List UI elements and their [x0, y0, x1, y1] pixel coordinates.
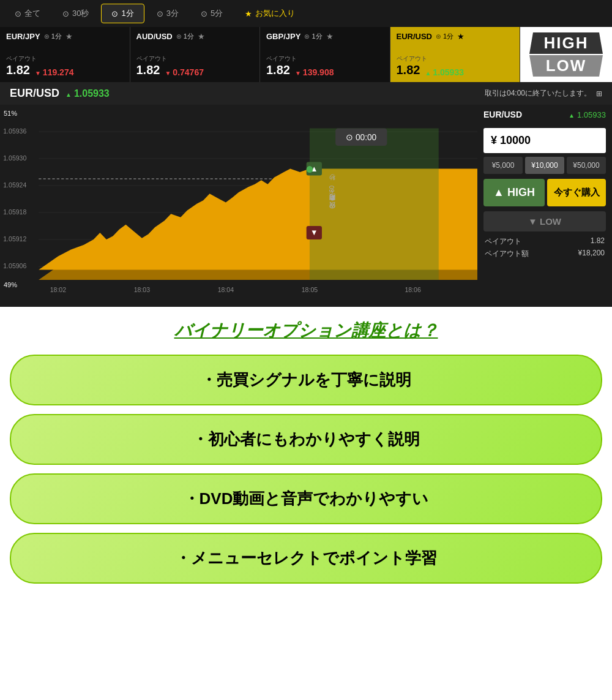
svg-point-24: [307, 166, 313, 173]
main-pair-info: EUR/USD 1.05933: [10, 87, 110, 100]
right-panel-header: EUR/USD 1.05933: [477, 105, 612, 124]
lower-section: バイナリーオプション講座とは？ ・売買シグナルを丁寧に説明 ・初心者にもわかりや…: [0, 307, 612, 604]
nav-tab-favorites[interactable]: ★ お気に入り: [235, 4, 305, 23]
nav-tab-1m-label: 1分: [121, 8, 133, 19]
nav-tab-5m[interactable]: ⊙ 5分: [191, 4, 233, 23]
payout-label-eurjpy: ペイアウト: [6, 55, 124, 63]
ticker-eurusd[interactable]: EUR/USD ⊙ 1分 ★ ペイアウト 1.82 1.05933: [390, 27, 521, 82]
feature-card-3: ・メニューセレクトでポイント学習: [10, 533, 602, 584]
trade-end-notice: 取引は04:00に終了いたします。: [485, 88, 591, 99]
svg-text:1.05924: 1.05924: [3, 181, 26, 189]
ticker-price-gbpjpy: 139.908: [295, 67, 334, 77]
svg-text:⊙ 00:00: ⊙ 00:00: [346, 132, 376, 142]
nav-tab-all[interactable]: ⊙ 全て: [5, 4, 50, 23]
ticker-time-audusd: ⊙ 1分: [176, 32, 194, 41]
buy-button[interactable]: 今すぐ購入: [547, 179, 606, 206]
svg-text:18:04: 18:04: [218, 286, 234, 293]
clock-icon: ⊙: [111, 9, 118, 18]
nav-tab-3m-label: 3分: [166, 8, 179, 19]
svg-text:▼: ▼: [310, 228, 318, 237]
feature-card-0: ・売買シグナルを丁寧に説明: [10, 355, 602, 405]
logo-low: LOW: [529, 55, 603, 77]
ticker-audusd[interactable]: AUD/USD ⊙ 1分 ★ ペイアウト 1.82 0.74767: [130, 27, 261, 82]
svg-text:1.05936: 1.05936: [3, 127, 26, 135]
section-title: バイナリーオプション講座とは？: [10, 319, 602, 342]
high-button[interactable]: ▲ HIGH: [483, 179, 545, 206]
clock-icon: ⊙: [15, 9, 21, 18]
nav-tab-30s-label: 30秒: [72, 8, 89, 19]
arrow-up-icon: [425, 67, 431, 77]
trade-panel: EUR/USD 1.05933 ¥5,000 ¥10,000 ¥50,000 ▲…: [477, 105, 612, 307]
ticker-pair-audusd: AUD/USD: [136, 32, 173, 41]
svg-text:18:05: 18:05: [302, 286, 318, 293]
payout-amount-label: ペイアウト額: [485, 249, 529, 259]
highlow-logo: HIGH LOW: [520, 27, 612, 82]
ticker-price-eurusd: 1.05933: [425, 67, 464, 77]
ticker-star-eurusd[interactable]: ★: [457, 32, 465, 41]
percent-top: 51%: [4, 110, 17, 117]
payout-label-eurusd: ペイアウト: [397, 55, 514, 63]
arrow-up-icon: [65, 88, 72, 99]
payout-val-audusd: 1.82: [136, 63, 160, 77]
nav-tab-3m[interactable]: ⊙ 3分: [147, 4, 188, 23]
preset-50000[interactable]: ¥50,000: [567, 157, 606, 174]
ticker-pair-eurjpy: EUR/JPY: [6, 32, 40, 41]
payout-label-audusd: ペイアウト: [136, 55, 254, 63]
nav-tab-all-label: 全て: [24, 8, 40, 19]
chart-section: 51% 1.05936 1.05930 1.05924 1.05918 1.05…: [0, 105, 612, 307]
header-right: 取引は04:00に終了いたします。 ⊞: [485, 88, 602, 99]
payout-row-2: ペイアウト額 ¥18,200: [485, 249, 605, 259]
main-header: EUR/USD 1.05933 取引は04:00に終了いたします。 ⊞: [0, 82, 612, 105]
ticker-time-eurjpy: ⊙ 1分: [44, 32, 62, 41]
ticker-row: EUR/JPY ⊙ 1分 ★ ペイアウト 1.82 119.274 AUD/US…: [0, 27, 612, 82]
preset-5000[interactable]: ¥5,000: [483, 157, 523, 174]
payout-amount-val: ¥18,200: [578, 249, 605, 259]
svg-text:1.05930: 1.05930: [3, 154, 26, 162]
svg-text:1.05912: 1.05912: [3, 235, 26, 243]
payout-val-gbpjpy: 1.82: [266, 63, 290, 77]
payout-val-eurusd: 1.82: [397, 63, 420, 77]
preset-10000[interactable]: ¥10,000: [525, 157, 564, 174]
amount-input[interactable]: [483, 128, 606, 153]
logo-high: HIGH: [529, 32, 603, 54]
chart-area: 51% 1.05936 1.05930 1.05924 1.05918 1.05…: [0, 105, 477, 307]
payout-label-gbpjpy: ペイアウト: [266, 55, 384, 63]
payout-val: 1.82: [591, 236, 605, 247]
star-icon: ★: [245, 9, 252, 18]
ticker-gbpjpy[interactable]: GBP/JPY ⊙ 1分 ★ ペイアウト 1.82 139.908: [260, 27, 390, 82]
svg-text:1.05906: 1.05906: [3, 262, 26, 269]
payout-label: ペイアウト: [485, 236, 521, 247]
arrow-down-icon: [165, 67, 171, 77]
ticker-star-gbpjpy[interactable]: ★: [326, 32, 334, 41]
nav-tab-favorites-label: お気に入り: [255, 8, 295, 19]
ticker-star-audusd[interactable]: ★: [198, 32, 205, 41]
ticker-time-gbpjpy: ⊙ 1分: [304, 32, 322, 41]
svg-text:1.05918: 1.05918: [3, 208, 26, 216]
top-nav: ⊙ 全て ⊙ 30秒 ⊙ 1分 ⊙ 3分 ⊙ 5分 ★ お気に入り: [0, 0, 612, 27]
nav-tab-30s[interactable]: ⊙ 30秒: [53, 4, 99, 23]
right-pair-label: EUR/USD: [483, 110, 522, 119]
svg-text:18:02: 18:02: [50, 286, 66, 293]
clock-icon: ⊙: [201, 9, 207, 18]
svg-text:18:03: 18:03: [134, 286, 150, 293]
main-pair-price: 1.05933: [65, 88, 110, 99]
clock-icon: ⊙: [157, 9, 163, 18]
timer-side-text: 次回の判定時刻まで60秒: [328, 186, 337, 213]
ticker-price-eurjpy: 119.274: [35, 67, 74, 77]
low-button[interactable]: ▼ LOW: [483, 211, 606, 231]
nav-tab-1m[interactable]: ⊙ 1分: [101, 4, 144, 23]
ticker-star-eurjpy[interactable]: ★: [65, 32, 73, 41]
arrow-down-icon: [35, 67, 41, 77]
feature-card-1: ・初心者にもわかりやすく説明: [10, 414, 602, 465]
ticker-time-eurusd: ⊙ 1分: [436, 32, 453, 41]
right-pair-price: 1.05933: [569, 110, 606, 119]
payout-row-1: ペイアウト 1.82: [485, 236, 605, 247]
ticker-eurjpy[interactable]: EUR/JPY ⊙ 1分 ★ ペイアウト 1.82 119.274: [0, 27, 130, 82]
ticker-pair-eurusd: EUR/USD: [397, 32, 433, 41]
arrow-up-icon: [569, 110, 575, 119]
expand-icon[interactable]: ⊞: [596, 89, 602, 98]
payout-val-eurjpy: 1.82: [6, 63, 30, 77]
payout-info: ペイアウト 1.82 ペイアウト額 ¥18,200: [477, 234, 612, 263]
nav-tab-5m-label: 5分: [211, 8, 223, 19]
ticker-pair-gbpjpy: GBP/JPY: [266, 32, 300, 41]
